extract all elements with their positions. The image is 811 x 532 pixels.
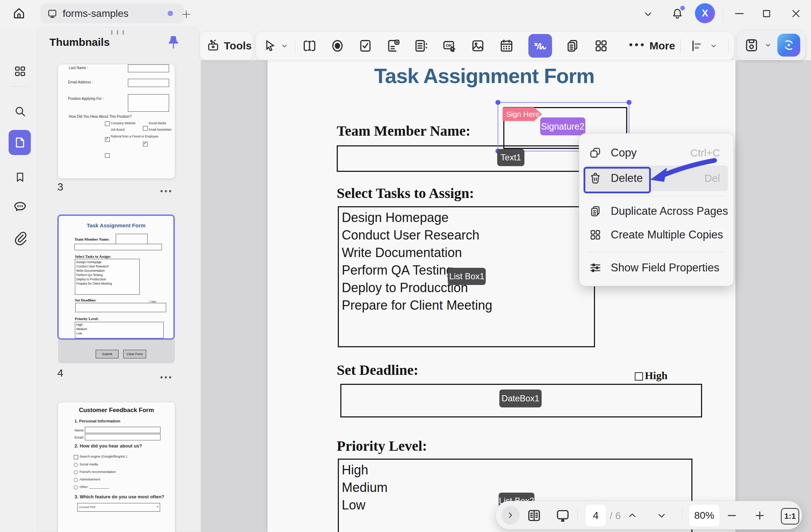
page-number-input[interactable]: 4 <box>585 504 606 527</box>
mini-label: Advertisement <box>80 478 100 481</box>
pin-icon <box>166 34 181 51</box>
multiple-copies-tool[interactable] <box>591 36 611 55</box>
zoom-level-input[interactable]: 80% <box>688 504 720 527</box>
save-dropdown[interactable] <box>762 39 774 51</box>
copy-icon <box>589 146 602 160</box>
checkbox-tool[interactable] <box>356 36 375 55</box>
copy-pages-icon <box>565 38 580 54</box>
minimize-button[interactable] <box>730 5 749 22</box>
mini-doc-title: Customer Feedback Form <box>58 407 175 414</box>
field-tag-listbox1: List Box1 <box>448 268 486 285</box>
notifications-button[interactable] <box>668 4 686 23</box>
mini-label: Email Newsletter <box>149 128 172 131</box>
page-thumbnails-icon <box>13 135 27 150</box>
list-item[interactable]: Prepare for Client Meeting <box>342 296 594 314</box>
alignment-dropdown[interactable] <box>707 40 720 52</box>
mini-label: Other: ___________ <box>80 485 109 489</box>
mini-label: Email Address : <box>68 80 93 84</box>
tasks-label: Select Tasks to Assign: <box>337 185 474 202</box>
rail-search-button[interactable] <box>10 101 30 121</box>
maximize-button[interactable] <box>757 5 776 22</box>
ai-assistant-icon <box>781 37 797 53</box>
avatar-letter: X <box>702 8 708 19</box>
actual-size-button[interactable]: 1:1 <box>781 508 799 524</box>
document-tab-icon <box>47 8 58 19</box>
new-tab-button[interactable] <box>178 6 194 22</box>
rail-apps-button[interactable] <box>10 61 30 81</box>
rail-thumbnails-button[interactable] <box>9 130 31 155</box>
radio-button-tool[interactable] <box>328 36 347 55</box>
menu-item-show-field-properties[interactable]: Show Field Properties <box>585 257 728 279</box>
list-item[interactable]: Conduct User Research <box>342 226 594 244</box>
more-button[interactable]: More <box>649 40 675 52</box>
thumbnail-page-4-selected[interactable]: Task Assignment Form Team Member Name: S… <box>57 214 175 340</box>
menu-item-label: Show Field Properties <box>611 261 719 274</box>
presentation-mode-button[interactable] <box>554 507 572 524</box>
next-page-button[interactable] <box>653 508 670 523</box>
thumbnail-page-5[interactable]: Customer Feedback Form 1. Personal Infor… <box>58 402 175 532</box>
high-checkbox[interactable] <box>635 372 643 381</box>
panel-drag-handle[interactable] <box>111 30 133 36</box>
menu-item-duplicate-across-pages[interactable]: Duplicate Across Pages <box>585 200 728 222</box>
pin-panel-button[interactable] <box>163 33 183 53</box>
status-bar: 4 / 6 80% 1:1 <box>495 501 802 529</box>
mini-list-item: High <box>76 323 163 327</box>
thumbnail-menu-button[interactable] <box>158 373 171 380</box>
list-item[interactable]: High <box>342 461 691 479</box>
menu-item-create-multiple-copies[interactable]: Create Multiple Copies <box>585 224 728 246</box>
tools-button[interactable]: Tools <box>200 32 253 60</box>
actual-size-label: 1:1 <box>784 512 796 521</box>
rail-comments-button[interactable] <box>9 197 31 217</box>
zoom-in-button[interactable] <box>752 508 768 523</box>
save-button[interactable] <box>742 36 761 54</box>
mini-list-item: Prepare for Client Meeting <box>76 281 139 286</box>
list-box-tool[interactable] <box>412 36 431 55</box>
priority-label: Priority Level: <box>337 437 427 454</box>
presentation-icon <box>555 508 571 523</box>
rail-attachments-button[interactable] <box>9 228 31 248</box>
field-tag-signature2: Signature2 <box>540 117 585 135</box>
combo-box-tool[interactable] <box>384 36 403 55</box>
thumbnail-menu-button[interactable] <box>158 187 171 194</box>
select-tool-button[interactable] <box>261 36 279 55</box>
resize-handle-ne[interactable] <box>627 100 632 105</box>
page-layout-button[interactable] <box>525 507 543 524</box>
alignment-button[interactable] <box>688 37 706 55</box>
ai-assistant-button[interactable] <box>777 34 800 57</box>
mini-label: Company Website <box>111 121 135 125</box>
sliders-icon <box>589 261 602 275</box>
plus-icon <box>754 510 766 521</box>
mini-label: Set Deadline: <box>75 298 96 302</box>
maximize-icon <box>761 8 772 19</box>
calendar-icon <box>499 38 514 54</box>
collapse-bar-button[interactable] <box>501 506 520 524</box>
home-icon <box>12 6 26 20</box>
image-field-tool[interactable] <box>468 36 488 55</box>
rail-bookmarks-button[interactable] <box>10 167 30 187</box>
select-tool-dropdown[interactable] <box>278 40 291 52</box>
bookmark-icon <box>14 171 27 184</box>
titlebar-collapse-button[interactable] <box>640 6 656 22</box>
list-item[interactable]: Write Documentation <box>342 244 594 261</box>
toolbox-icon <box>206 39 220 53</box>
field-tag-text1: Text1 <box>497 149 524 166</box>
date-field-tool[interactable] <box>497 36 516 55</box>
combo-box-icon <box>385 38 401 54</box>
thumbnail-page-3[interactable]: Last Name : Email Address : Position App… <box>58 64 175 178</box>
mini-label: 2. How did you hear about us? <box>75 443 142 449</box>
push-button-tool[interactable]: OK <box>440 36 459 55</box>
document-tab[interactable]: forms-samples <box>40 4 184 23</box>
resize-handle-nw[interactable] <box>495 100 500 105</box>
list-item[interactable]: Design Homepage <box>342 209 594 226</box>
mini-chevron-down-icon: ▾ <box>157 505 158 508</box>
mini-label: 1. Personal Information <box>75 419 120 423</box>
signature-field-tool-active[interactable] <box>528 34 552 58</box>
zoom-out-button[interactable] <box>724 508 740 523</box>
previous-page-button[interactable] <box>624 508 640 523</box>
duplicate-tool[interactable] <box>563 36 582 55</box>
close-button[interactable] <box>787 5 805 22</box>
mini-list-item: Deploy to Producction <box>76 277 139 281</box>
avatar[interactable]: X <box>695 3 715 23</box>
text-field-tool[interactable] <box>300 36 319 55</box>
home-button[interactable] <box>9 4 29 23</box>
